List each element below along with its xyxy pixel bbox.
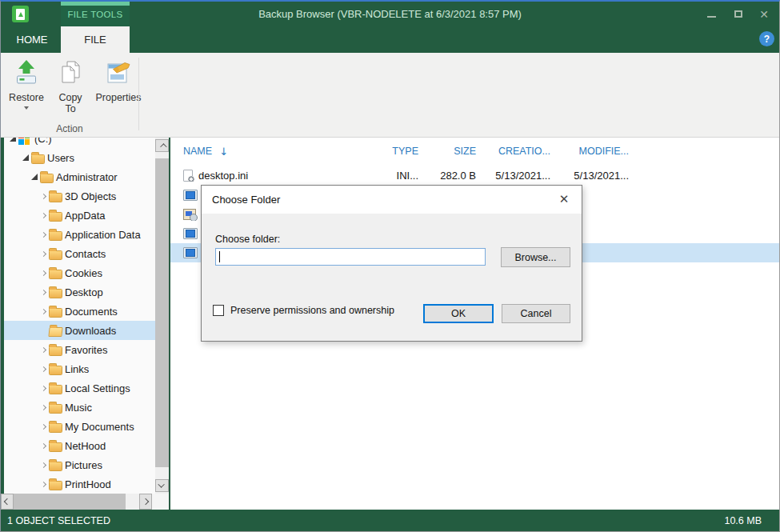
- column-header-creation[interactable]: CREATIO...: [478, 146, 552, 157]
- properties-button[interactable]: Properties: [94, 56, 143, 125]
- tree-item-printhood[interactable]: PrintHood: [4, 474, 155, 494]
- folder-glyph: [49, 270, 62, 279]
- tree-item-label: Desktop: [65, 286, 103, 298]
- tab-home[interactable]: HOME: [7, 26, 57, 53]
- tree-item-desktop[interactable]: Desktop: [4, 282, 155, 302]
- backup-browser-window: FILE TOOLS Backup Browser (VBR-NODELETE …: [0, 0, 780, 532]
- collapsed-arrow-icon[interactable]: [38, 214, 49, 218]
- tree-item-music[interactable]: Music: [4, 398, 155, 417]
- folder-icon: [49, 306, 65, 318]
- context-tab-file-tools[interactable]: FILE TOOLS: [61, 2, 130, 26]
- chevron-glyph: [40, 212, 46, 218]
- folder-glyph: [49, 385, 62, 394]
- copy-to-button[interactable]: Copy To: [52, 56, 89, 125]
- folder-glyph: [49, 212, 62, 222]
- scroll-right-icon[interactable]: [139, 494, 152, 510]
- preserve-permissions-checkbox[interactable]: [213, 305, 224, 316]
- folder-icon: [49, 190, 65, 202]
- minimize-icon[interactable]: [701, 2, 722, 26]
- file-modified-cell: 5/13/2021...: [552, 170, 630, 182]
- restore-page-glyph: [16, 9, 25, 20]
- tree-vertical-scrollbar[interactable]: [155, 138, 169, 494]
- folder-glyph: [49, 346, 62, 356]
- choose-folder-dialog: Choose Folder ✕ Choose folder: Browse...…: [201, 185, 582, 342]
- column-header-label: CREATIO...: [498, 146, 550, 157]
- column-header-name[interactable]: NAME↓: [170, 146, 364, 158]
- tree-item-nethood[interactable]: NetHood: [4, 436, 155, 455]
- collapsed-arrow-icon[interactable]: [38, 290, 49, 294]
- file-row[interactable]: desktop.iniINI...282.0 B5/13/2021...5/13…: [170, 165, 779, 186]
- tree-item-pictures[interactable]: Pictures: [4, 455, 155, 474]
- collapsed-arrow-icon[interactable]: [38, 425, 49, 429]
- restore-button[interactable]: Restore: [6, 56, 47, 125]
- tree-item-users[interactable]: Users: [4, 148, 155, 167]
- folder-icon: [49, 363, 65, 375]
- tree-item-documents[interactable]: Documents: [4, 302, 155, 321]
- tree-item-appdata[interactable]: AppData: [4, 206, 155, 225]
- expanded-arrow-icon[interactable]: [7, 138, 18, 142]
- tree-item-application-data[interactable]: Application Data: [4, 225, 155, 244]
- browse-button[interactable]: Browse...: [501, 247, 570, 267]
- file-type-cell: INI...: [364, 170, 420, 182]
- collapsed-arrow-icon[interactable]: [38, 386, 49, 390]
- collapsed-arrow-icon[interactable]: [38, 194, 49, 198]
- collapsed-arrow-icon[interactable]: [38, 367, 49, 371]
- properties-label: Properties: [96, 92, 142, 103]
- tab-file[interactable]: FILE: [61, 26, 130, 53]
- collapsed-arrow-icon[interactable]: [38, 233, 49, 237]
- collapsed-arrow-icon[interactable]: [38, 463, 49, 467]
- chevron-glyph: [40, 481, 46, 486]
- column-header-type[interactable]: TYPE: [364, 146, 420, 157]
- help-icon[interactable]: ?: [759, 31, 774, 46]
- status-selected-count: 1 OBJECT SELECTED: [7, 515, 110, 526]
- tree-item-links[interactable]: Links: [4, 359, 155, 378]
- column-header-modified[interactable]: MODIFIE...: [552, 146, 630, 157]
- installer-file-icon: [183, 209, 196, 220]
- maximize-icon[interactable]: [728, 2, 749, 26]
- file-size-cell: 282.0 B: [420, 170, 478, 182]
- chevron-glyph: [40, 366, 46, 371]
- status-size: 10.6 MB: [724, 515, 762, 526]
- column-header-label: TYPE: [392, 146, 418, 157]
- collapsed-arrow-icon[interactable]: [38, 444, 49, 448]
- dialog-close-icon[interactable]: ✕: [553, 189, 575, 210]
- tree-item-administrator[interactable]: Administrator: [4, 167, 155, 186]
- horizontal-scroll-thumb[interactable]: [14, 494, 126, 510]
- folder-icon: [49, 286, 65, 298]
- tree-item-c[interactable]: (C:): [4, 138, 155, 148]
- tree-item-my-documents[interactable]: My Documents: [4, 417, 155, 436]
- collapsed-arrow-icon[interactable]: [38, 482, 49, 486]
- expanded-arrow-icon[interactable]: [20, 154, 31, 161]
- tree-item-downloads[interactable]: Downloads: [4, 321, 155, 340]
- cancel-button[interactable]: Cancel: [502, 304, 570, 323]
- folder-tree: (C:)UsersAdministrator3D ObjectsAppDataA…: [4, 138, 155, 494]
- tree-item-cookies[interactable]: Cookies: [4, 263, 155, 282]
- folder-glyph: [49, 231, 62, 241]
- collapsed-arrow-icon[interactable]: [38, 406, 49, 410]
- scroll-up-icon[interactable]: [155, 139, 169, 152]
- close-icon[interactable]: ✕: [754, 2, 774, 26]
- folder-icon: [49, 478, 65, 490]
- ok-button[interactable]: OK: [423, 304, 494, 323]
- folder-icon: [49, 267, 65, 279]
- dialog-title-bar[interactable]: Choose Folder ✕: [202, 186, 582, 214]
- tree-horizontal-scrollbar[interactable]: [1, 494, 170, 510]
- tree-item-3d-objects[interactable]: 3D Objects: [4, 186, 155, 206]
- tree-item-contacts[interactable]: Contacts: [4, 244, 155, 263]
- collapsed-arrow-icon[interactable]: [38, 348, 49, 352]
- column-header-size[interactable]: SIZE: [420, 146, 478, 157]
- collapsed-arrow-icon[interactable]: [38, 252, 49, 256]
- ini-file-icon: [183, 170, 193, 182]
- vertical-scroll-thumb[interactable]: [155, 158, 169, 467]
- collapsed-arrow-icon[interactable]: [38, 271, 49, 275]
- tree-item-favorites[interactable]: Favorites: [4, 340, 155, 359]
- ribbon: Restore Copy To: [1, 53, 779, 138]
- folder-glyph: [31, 154, 45, 164]
- expanded-arrow-icon[interactable]: [29, 174, 40, 180]
- collapsed-arrow-icon[interactable]: [38, 310, 49, 314]
- tree-item-local-settings[interactable]: Local Settings: [4, 378, 155, 398]
- scroll-down-icon[interactable]: [155, 479, 169, 492]
- scroll-left-icon[interactable]: [1, 494, 14, 510]
- tree-item-label: Music: [65, 402, 92, 414]
- choose-folder-input[interactable]: [216, 249, 485, 265]
